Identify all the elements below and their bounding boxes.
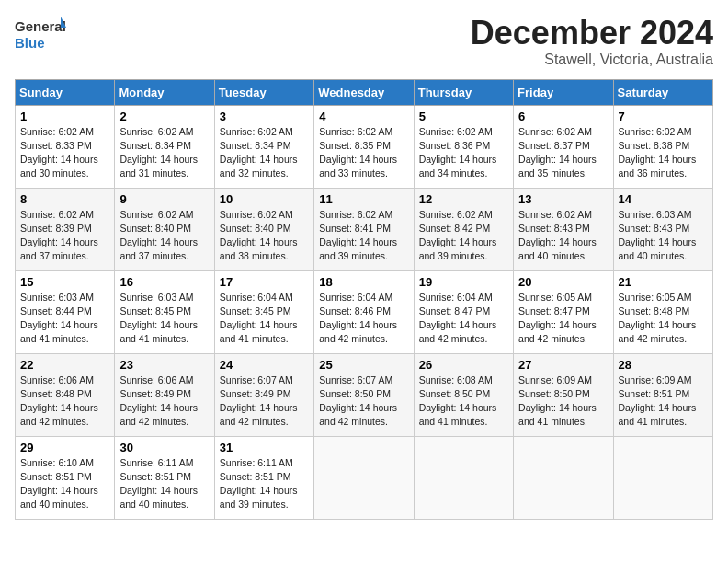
daylight-text-2: and 41 minutes. [619, 416, 688, 427]
calendar-day-cell: 24 Sunrise: 6:07 AM Sunset: 8:49 PM Dayl… [214, 353, 313, 436]
sunrise-text: Sunrise: 6:11 AM [220, 457, 293, 468]
daylight-text: Daylight: 14 hours [319, 402, 397, 413]
day-number: 31 [220, 441, 309, 454]
sunset-text: Sunset: 8:43 PM [619, 223, 690, 234]
svg-text:General: General [15, 18, 66, 34]
daylight-text: Daylight: 14 hours [619, 154, 697, 165]
sunrise-text: Sunrise: 6:05 AM [518, 292, 592, 303]
calendar-day-cell: 20 Sunrise: 6:05 AM Sunset: 8:47 PM Dayl… [514, 270, 613, 353]
day-info: Sunrise: 6:02 AM Sunset: 8:34 PM Dayligh… [119, 125, 209, 181]
day-info: Sunrise: 6:10 AM Sunset: 8:51 PM Dayligh… [20, 456, 109, 512]
day-info: Sunrise: 6:05 AM Sunset: 8:48 PM Dayligh… [619, 291, 708, 347]
sunset-text: Sunset: 8:48 PM [20, 388, 92, 399]
daylight-text: Daylight: 14 hours [20, 154, 98, 165]
day-info: Sunrise: 6:02 AM Sunset: 8:39 PM Dayligh… [20, 208, 109, 264]
daylight-text-2: and 39 minutes. [419, 250, 488, 261]
sunrise-text: Sunrise: 6:09 AM [619, 374, 692, 385]
daylight-text: Daylight: 14 hours [119, 402, 198, 413]
daylight-text-2: and 41 minutes. [419, 416, 488, 427]
sunset-text: Sunset: 8:36 PM [419, 140, 491, 151]
day-number: 14 [619, 192, 708, 206]
col-saturday: Saturday [613, 79, 712, 105]
day-info: Sunrise: 6:02 AM Sunset: 8:33 PM Dayligh… [20, 125, 109, 181]
calendar-day-cell: 31 Sunrise: 6:11 AM Sunset: 8:51 PM Dayl… [214, 436, 313, 519]
calendar-day-cell: 13 Sunrise: 6:02 AM Sunset: 8:43 PM Dayl… [514, 188, 613, 270]
daylight-text-2: and 42 minutes. [319, 416, 388, 427]
sunrise-text: Sunrise: 6:06 AM [20, 374, 94, 385]
day-number: 1 [20, 109, 109, 123]
day-info: Sunrise: 6:03 AM Sunset: 8:44 PM Dayligh… [20, 291, 109, 347]
daylight-text-2: and 40 minutes. [518, 250, 587, 261]
day-info: Sunrise: 6:08 AM Sunset: 8:50 PM Dayligh… [419, 373, 508, 430]
daylight-text: Daylight: 14 hours [619, 236, 697, 247]
day-number: 8 [20, 192, 109, 206]
calendar-day-cell: 6 Sunrise: 6:02 AM Sunset: 8:37 PM Dayli… [514, 105, 613, 188]
sunset-text: Sunset: 8:49 PM [119, 388, 191, 399]
daylight-text-2: and 40 minutes. [619, 250, 688, 261]
sunrise-text: Sunrise: 6:11 AM [119, 457, 193, 468]
daylight-text-2: and 42 minutes. [419, 333, 488, 344]
sunset-text: Sunset: 8:34 PM [119, 140, 191, 151]
calendar-day-cell: 5 Sunrise: 6:02 AM Sunset: 8:36 PM Dayli… [414, 105, 513, 188]
daylight-text: Daylight: 14 hours [220, 236, 298, 247]
day-info: Sunrise: 6:03 AM Sunset: 8:45 PM Dayligh… [119, 291, 209, 347]
calendar-table: Sunday Monday Tuesday Wednesday Thursday… [15, 79, 713, 520]
daylight-text: Daylight: 14 hours [319, 236, 397, 247]
day-info: Sunrise: 6:03 AM Sunset: 8:43 PM Dayligh… [619, 208, 708, 264]
sunrise-text: Sunrise: 6:04 AM [419, 292, 493, 303]
daylight-text: Daylight: 14 hours [518, 236, 597, 247]
calendar-day-cell: 1 Sunrise: 6:02 AM Sunset: 8:33 PM Dayli… [16, 105, 115, 188]
daylight-text-2: and 39 minutes. [220, 499, 289, 510]
col-wednesday: Wednesday [314, 79, 414, 105]
day-number: 7 [619, 109, 708, 123]
daylight-text-2: and 31 minutes. [119, 167, 188, 178]
daylight-text-2: and 41 minutes. [220, 333, 289, 344]
sunrise-text: Sunrise: 6:10 AM [20, 457, 94, 468]
sunset-text: Sunset: 8:51 PM [20, 471, 92, 482]
daylight-text-2: and 42 minutes. [220, 416, 289, 427]
logo-svg: General Blue [15, 15, 66, 55]
day-info: Sunrise: 6:02 AM Sunset: 8:40 PM Dayligh… [220, 208, 309, 264]
day-number: 20 [518, 275, 608, 289]
daylight-text: Daylight: 14 hours [619, 402, 697, 413]
daylight-text: Daylight: 14 hours [619, 319, 697, 330]
sunrise-text: Sunrise: 6:02 AM [220, 209, 293, 220]
sunset-text: Sunset: 8:38 PM [619, 140, 690, 151]
day-number: 17 [220, 275, 309, 289]
calendar-day-cell: 8 Sunrise: 6:02 AM Sunset: 8:39 PM Dayli… [16, 188, 115, 270]
page-header: General Blue December 2024 Stawell, Vict… [15, 15, 713, 68]
sunrise-text: Sunrise: 6:02 AM [119, 126, 193, 137]
sunset-text: Sunset: 8:39 PM [20, 223, 92, 234]
day-info: Sunrise: 6:04 AM Sunset: 8:47 PM Dayligh… [419, 291, 508, 347]
daylight-text-2: and 38 minutes. [220, 250, 289, 261]
calendar-week-row: 15 Sunrise: 6:03 AM Sunset: 8:44 PM Dayl… [16, 270, 713, 353]
day-number: 5 [419, 109, 508, 123]
daylight-text: Daylight: 14 hours [518, 319, 597, 330]
daylight-text-2: and 40 minutes. [119, 499, 188, 510]
sunset-text: Sunset: 8:40 PM [220, 223, 291, 234]
sunset-text: Sunset: 8:44 PM [20, 305, 92, 316]
sunrise-text: Sunrise: 6:02 AM [319, 209, 392, 220]
sunrise-text: Sunrise: 6:02 AM [20, 209, 94, 220]
sunrise-text: Sunrise: 6:09 AM [518, 374, 592, 385]
day-info: Sunrise: 6:07 AM Sunset: 8:49 PM Dayligh… [220, 373, 309, 430]
calendar-day-cell: 10 Sunrise: 6:02 AM Sunset: 8:40 PM Dayl… [214, 188, 313, 270]
daylight-text-2: and 30 minutes. [20, 167, 89, 178]
calendar-week-row: 29 Sunrise: 6:10 AM Sunset: 8:51 PM Dayl… [16, 436, 713, 519]
day-number: 22 [20, 358, 109, 372]
daylight-text: Daylight: 14 hours [518, 154, 597, 165]
calendar-week-row: 22 Sunrise: 6:06 AM Sunset: 8:48 PM Dayl… [16, 353, 713, 436]
day-info: Sunrise: 6:02 AM Sunset: 8:34 PM Dayligh… [220, 125, 309, 181]
sunset-text: Sunset: 8:47 PM [419, 305, 491, 316]
day-number: 29 [20, 441, 109, 454]
daylight-text-2: and 37 minutes. [119, 250, 188, 261]
sunrise-text: Sunrise: 6:02 AM [20, 126, 94, 137]
daylight-text-2: and 37 minutes. [20, 250, 89, 261]
day-number: 4 [319, 109, 408, 123]
day-number: 24 [220, 358, 309, 372]
daylight-text-2: and 34 minutes. [419, 167, 488, 178]
calendar-day-cell: 9 Sunrise: 6:02 AM Sunset: 8:40 PM Dayli… [115, 188, 214, 270]
sunset-text: Sunset: 8:50 PM [518, 388, 590, 399]
day-info: Sunrise: 6:06 AM Sunset: 8:49 PM Dayligh… [119, 373, 209, 430]
daylight-text: Daylight: 14 hours [119, 485, 198, 496]
